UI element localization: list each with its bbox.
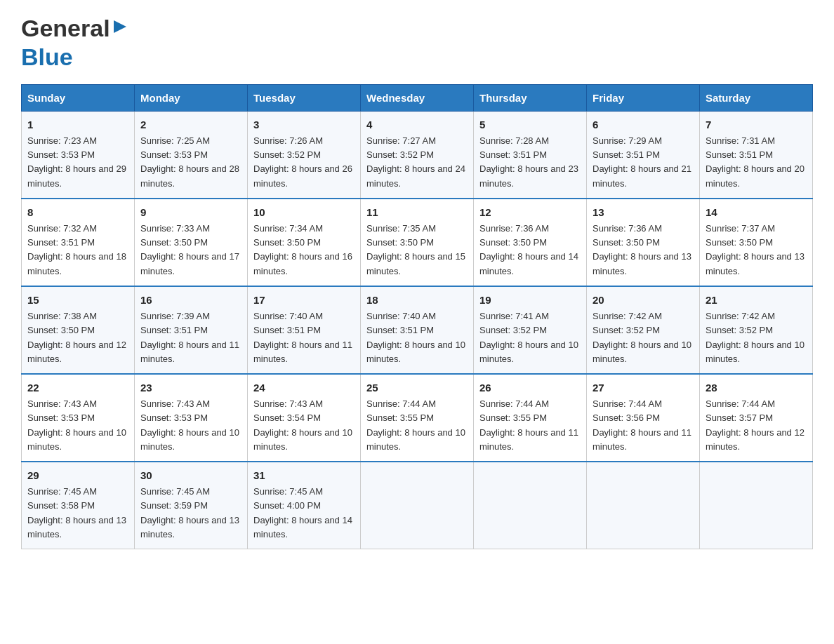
weekday-wednesday: Wednesday <box>361 84 474 111</box>
day-info: Sunrise: 7:44 AMSunset: 3:57 PMDaylight:… <box>706 398 805 451</box>
calendar-cell: 22Sunrise: 7:43 AMSunset: 3:53 PMDayligh… <box>22 374 135 462</box>
day-info: Sunrise: 7:23 AMSunset: 3:53 PMDaylight:… <box>27 135 126 188</box>
weekday-friday: Friday <box>587 84 700 111</box>
day-number: 4 <box>366 117 468 133</box>
calendar-cell: 26Sunrise: 7:44 AMSunset: 3:55 PMDayligh… <box>474 374 587 462</box>
day-number: 18 <box>366 293 468 309</box>
calendar-cell: 9Sunrise: 7:33 AMSunset: 3:50 PMDaylight… <box>135 199 248 286</box>
day-info: Sunrise: 7:40 AMSunset: 3:51 PMDaylight:… <box>366 311 465 363</box>
day-number: 28 <box>706 380 807 396</box>
calendar-cell: 13Sunrise: 7:36 AMSunset: 3:50 PMDayligh… <box>587 199 700 286</box>
calendar-cell: 12Sunrise: 7:36 AMSunset: 3:50 PMDayligh… <box>474 199 587 286</box>
calendar-cell: 23Sunrise: 7:43 AMSunset: 3:53 PMDayligh… <box>135 374 248 462</box>
day-info: Sunrise: 7:42 AMSunset: 3:52 PMDaylight:… <box>593 311 691 363</box>
day-info: Sunrise: 7:45 AMSunset: 3:58 PMDaylight:… <box>27 486 126 539</box>
calendar-cell: 17Sunrise: 7:40 AMSunset: 3:51 PMDayligh… <box>248 286 361 374</box>
day-info: Sunrise: 7:43 AMSunset: 3:53 PMDaylight:… <box>140 398 239 451</box>
day-number: 24 <box>253 380 355 396</box>
logo-blue-text: Blue <box>21 43 73 70</box>
day-number: 13 <box>593 205 694 221</box>
weekday-tuesday: Tuesday <box>248 84 361 111</box>
day-number: 30 <box>140 468 241 484</box>
calendar-cell: 10Sunrise: 7:34 AMSunset: 3:50 PMDayligh… <box>248 199 361 286</box>
calendar-cell: 8Sunrise: 7:32 AMSunset: 3:51 PMDaylight… <box>22 199 135 286</box>
day-info: Sunrise: 7:36 AMSunset: 3:50 PMDaylight:… <box>479 223 578 276</box>
day-number: 15 <box>27 293 128 309</box>
calendar-cell: 11Sunrise: 7:35 AMSunset: 3:50 PMDayligh… <box>361 199 474 286</box>
day-info: Sunrise: 7:38 AMSunset: 3:50 PMDaylight:… <box>27 311 126 363</box>
calendar-cell: 5Sunrise: 7:28 AMSunset: 3:51 PMDaylight… <box>474 111 587 199</box>
calendar-cell: 4Sunrise: 7:27 AMSunset: 3:52 PMDaylight… <box>361 111 474 199</box>
day-info: Sunrise: 7:45 AMSunset: 4:00 PMDaylight:… <box>253 486 352 539</box>
day-info: Sunrise: 7:40 AMSunset: 3:51 PMDaylight:… <box>253 311 352 363</box>
day-number: 8 <box>27 205 128 221</box>
calendar-cell: 6Sunrise: 7:29 AMSunset: 3:51 PMDaylight… <box>587 111 700 199</box>
day-number: 12 <box>479 205 581 221</box>
calendar-cell: 19Sunrise: 7:41 AMSunset: 3:52 PMDayligh… <box>474 286 587 374</box>
day-info: Sunrise: 7:25 AMSunset: 3:53 PMDaylight:… <box>140 135 239 188</box>
day-number: 26 <box>479 380 581 396</box>
calendar-cell: 15Sunrise: 7:38 AMSunset: 3:50 PMDayligh… <box>22 286 135 374</box>
day-info: Sunrise: 7:27 AMSunset: 3:52 PMDaylight:… <box>366 135 465 188</box>
day-info: Sunrise: 7:44 AMSunset: 3:55 PMDaylight:… <box>479 398 578 451</box>
weekday-thursday: Thursday <box>474 84 587 111</box>
day-number: 2 <box>140 117 241 133</box>
svg-marker-0 <box>114 20 126 33</box>
day-number: 1 <box>27 117 128 133</box>
calendar-cell: 25Sunrise: 7:44 AMSunset: 3:55 PMDayligh… <box>361 374 474 462</box>
calendar-cell <box>361 462 474 549</box>
day-info: Sunrise: 7:44 AMSunset: 3:56 PMDaylight:… <box>593 398 691 451</box>
day-number: 31 <box>253 468 355 484</box>
day-number: 23 <box>140 380 241 396</box>
day-info: Sunrise: 7:34 AMSunset: 3:50 PMDaylight:… <box>253 223 352 276</box>
day-number: 3 <box>253 117 355 133</box>
day-number: 10 <box>253 205 355 221</box>
calendar-cell: 21Sunrise: 7:42 AMSunset: 3:52 PMDayligh… <box>700 286 813 374</box>
week-row-5: 29Sunrise: 7:45 AMSunset: 3:58 PMDayligh… <box>22 462 813 549</box>
calendar-cell <box>474 462 587 549</box>
week-row-1: 1Sunrise: 7:23 AMSunset: 3:53 PMDaylight… <box>22 111 813 199</box>
day-number: 14 <box>706 205 807 221</box>
day-info: Sunrise: 7:26 AMSunset: 3:52 PMDaylight:… <box>253 135 352 188</box>
week-row-3: 15Sunrise: 7:38 AMSunset: 3:50 PMDayligh… <box>22 286 813 374</box>
header: General Blue <box>21 14 813 72</box>
day-number: 16 <box>140 293 241 309</box>
logo: General Blue <box>21 14 128 72</box>
weekday-header-row: SundayMondayTuesdayWednesdayThursdayFrid… <box>22 84 813 111</box>
day-info: Sunrise: 7:29 AMSunset: 3:51 PMDaylight:… <box>593 135 691 188</box>
day-number: 29 <box>27 468 128 484</box>
day-number: 6 <box>593 117 694 133</box>
calendar-cell: 20Sunrise: 7:42 AMSunset: 3:52 PMDayligh… <box>587 286 700 374</box>
calendar-cell <box>700 462 813 549</box>
day-info: Sunrise: 7:35 AMSunset: 3:50 PMDaylight:… <box>366 223 465 276</box>
day-info: Sunrise: 7:33 AMSunset: 3:50 PMDaylight:… <box>140 223 239 276</box>
calendar-table: SundayMondayTuesdayWednesdayThursdayFrid… <box>21 84 813 549</box>
day-number: 5 <box>479 117 581 133</box>
day-info: Sunrise: 7:31 AMSunset: 3:51 PMDaylight:… <box>706 135 805 188</box>
calendar-cell: 16Sunrise: 7:39 AMSunset: 3:51 PMDayligh… <box>135 286 248 374</box>
calendar-cell: 30Sunrise: 7:45 AMSunset: 3:59 PMDayligh… <box>135 462 248 549</box>
day-info: Sunrise: 7:36 AMSunset: 3:50 PMDaylight:… <box>593 223 691 276</box>
day-number: 25 <box>366 380 468 396</box>
calendar-cell: 18Sunrise: 7:40 AMSunset: 3:51 PMDayligh… <box>361 286 474 374</box>
day-info: Sunrise: 7:39 AMSunset: 3:51 PMDaylight:… <box>140 311 239 363</box>
week-row-2: 8Sunrise: 7:32 AMSunset: 3:51 PMDaylight… <box>22 199 813 286</box>
day-number: 11 <box>366 205 468 221</box>
day-number: 17 <box>253 293 355 309</box>
weekday-monday: Monday <box>135 84 248 111</box>
day-info: Sunrise: 7:42 AMSunset: 3:52 PMDaylight:… <box>706 311 805 363</box>
logo-row1: General <box>21 14 128 43</box>
logo-general-text: General <box>21 14 110 43</box>
calendar-cell: 2Sunrise: 7:25 AMSunset: 3:53 PMDaylight… <box>135 111 248 199</box>
weekday-sunday: Sunday <box>22 84 135 111</box>
calendar-cell <box>587 462 700 549</box>
calendar-cell: 1Sunrise: 7:23 AMSunset: 3:53 PMDaylight… <box>22 111 135 199</box>
day-info: Sunrise: 7:41 AMSunset: 3:52 PMDaylight:… <box>479 311 578 363</box>
week-row-4: 22Sunrise: 7:43 AMSunset: 3:53 PMDayligh… <box>22 374 813 462</box>
calendar-cell: 14Sunrise: 7:37 AMSunset: 3:50 PMDayligh… <box>700 199 813 286</box>
day-number: 7 <box>706 117 807 133</box>
day-number: 9 <box>140 205 241 221</box>
calendar-cell: 29Sunrise: 7:45 AMSunset: 3:58 PMDayligh… <box>22 462 135 549</box>
logo-arrow-icon <box>112 19 128 37</box>
day-number: 19 <box>479 293 581 309</box>
